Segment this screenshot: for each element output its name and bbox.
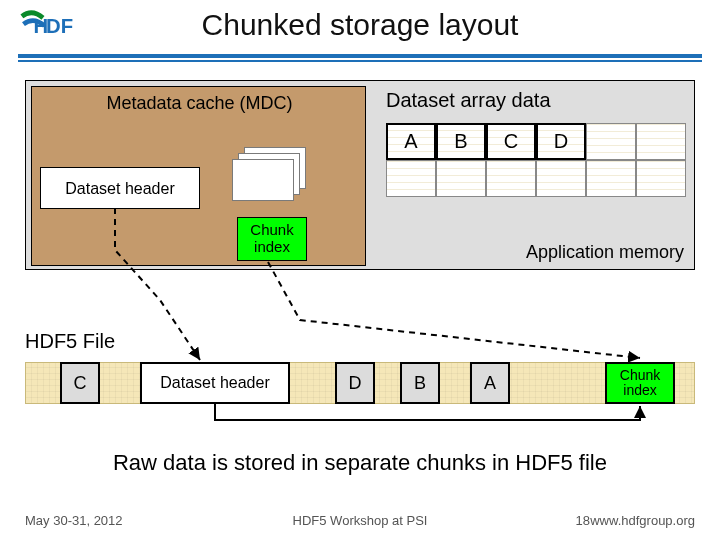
mdc-title: Metadata cache (MDC) (32, 93, 367, 114)
footer-page: 18 (576, 513, 590, 528)
metadata-cache-box: Metadata cache (MDC) Dataset header Chun… (31, 86, 366, 266)
dataset-header-box: Dataset header (40, 167, 200, 209)
grid-cell (636, 160, 686, 197)
cache-pages-stack (232, 147, 306, 199)
file-chunk-index-label: Chunk index (620, 367, 660, 398)
divider-1 (18, 54, 702, 58)
file-chunk-b: B (400, 362, 440, 404)
chunk-index-box: Chunk index (237, 217, 307, 261)
slide-footer: May 30-31, 2012 HDF5 Workshop at PSI 18 … (0, 510, 720, 540)
dataset-array-grid: A B C D (386, 123, 686, 197)
chunk-a: A (386, 123, 436, 160)
grid-cell (636, 123, 686, 160)
chunk-c: C (486, 123, 536, 160)
chunk-index-label: Chunk index (250, 221, 293, 255)
grid-cell (586, 160, 636, 197)
grid-cell (386, 160, 436, 197)
file-chunk-index: Chunk index (605, 362, 675, 404)
file-chunk-d: D (335, 362, 375, 404)
file-dataset-header: Dataset header (140, 362, 290, 404)
application-memory-box: Metadata cache (MDC) Dataset header Chun… (25, 80, 695, 270)
slide-caption: Raw data is stored in separate chunks in… (0, 450, 720, 476)
file-chunk-c: C (60, 362, 100, 404)
grid-cell (536, 160, 586, 197)
chunk-d: D (536, 123, 586, 160)
application-memory-label: Application memory (526, 242, 684, 263)
grid-cell (586, 123, 636, 160)
slide-title: Chunked storage layout (0, 8, 720, 42)
divider-2 (18, 60, 702, 62)
chunk-b: B (436, 123, 486, 160)
grid-cell (486, 160, 536, 197)
footer-url: www.hdfgroup.org (590, 513, 695, 528)
dataset-array-title: Dataset array data (386, 89, 676, 112)
file-chunk-a: A (470, 362, 510, 404)
grid-cell (436, 160, 486, 197)
hdf5-file-label: HDF5 File (25, 330, 115, 353)
